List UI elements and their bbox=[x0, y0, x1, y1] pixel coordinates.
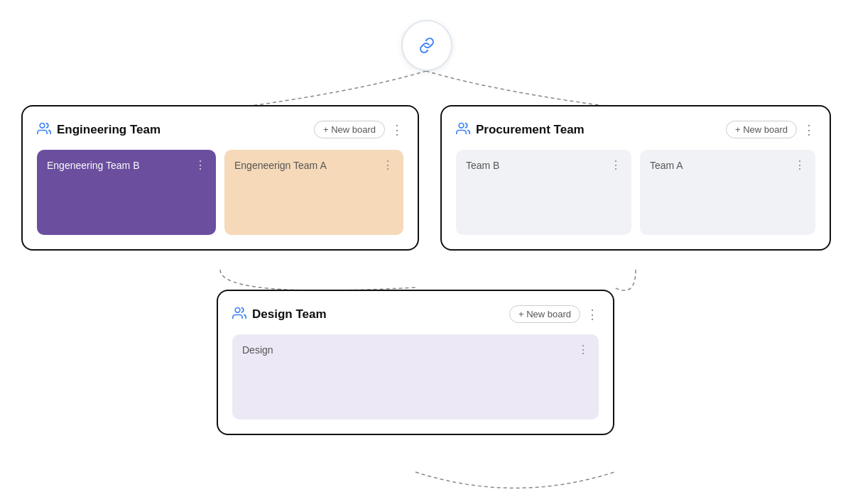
board-design-name: Design bbox=[242, 344, 273, 356]
design-header-right: + New board ⋮ bbox=[509, 305, 599, 323]
procurement-team-header-left: Procurement Team bbox=[456, 121, 585, 138]
design-boards-grid: Design ⋮ bbox=[232, 334, 599, 420]
svg-point-1 bbox=[459, 123, 464, 128]
procurement-team-name: Procurement Team bbox=[476, 123, 585, 137]
design-team-card: Design Team + New board ⋮ Design ⋮ bbox=[217, 290, 614, 435]
design-team-header-left: Design Team bbox=[232, 306, 327, 323]
center-link-icon bbox=[401, 20, 452, 71]
board-engineering-a[interactable]: Engeneerign Team A ⋮ bbox=[224, 150, 403, 235]
procurement-people-icon bbox=[456, 121, 470, 138]
design-more-icon[interactable]: ⋮ bbox=[586, 307, 599, 322]
procurement-new-board-button[interactable]: + New board bbox=[726, 121, 797, 138]
procurement-header-right: + New board ⋮ bbox=[726, 121, 815, 138]
board-engineering-b-more[interactable]: ⋮ bbox=[195, 158, 206, 172]
board-design-more[interactable]: ⋮ bbox=[577, 343, 589, 356]
engineering-team-header-left: Engineering Team bbox=[37, 121, 161, 138]
board-engineering-a-name: Engeneerign Team A bbox=[234, 160, 327, 171]
engineering-new-board-button[interactable]: + New board bbox=[314, 121, 385, 138]
board-team-b[interactable]: Team B ⋮ bbox=[456, 150, 631, 235]
engineering-more-icon[interactable]: ⋮ bbox=[391, 122, 403, 138]
svg-point-2 bbox=[235, 307, 240, 312]
board-engineering-a-more[interactable]: ⋮ bbox=[382, 158, 393, 172]
svg-point-0 bbox=[40, 123, 45, 128]
engineering-team-header: Engineering Team + New board ⋮ bbox=[37, 121, 403, 138]
board-engineering-b-name: Engeneering Team B bbox=[47, 160, 140, 171]
design-team-header: Design Team + New board ⋮ bbox=[232, 305, 599, 323]
design-people-icon bbox=[232, 306, 246, 323]
engineering-team-name: Engineering Team bbox=[57, 123, 161, 137]
procurement-more-icon[interactable]: ⋮ bbox=[803, 122, 815, 138]
design-team-name: Design Team bbox=[252, 307, 327, 322]
board-design-header: Design ⋮ bbox=[242, 343, 589, 356]
board-team-a[interactable]: Team A ⋮ bbox=[640, 150, 815, 235]
board-team-b-header: Team B ⋮ bbox=[466, 158, 621, 172]
board-team-a-name: Team A bbox=[650, 160, 683, 171]
procurement-team-header: Procurement Team + New board ⋮ bbox=[456, 121, 815, 138]
procurement-team-card: Procurement Team + New board ⋮ Team B ⋮ … bbox=[440, 105, 831, 251]
board-team-a-more[interactable]: ⋮ bbox=[794, 158, 805, 172]
board-team-b-more[interactable]: ⋮ bbox=[610, 158, 621, 172]
board-team-b-name: Team B bbox=[466, 160, 499, 171]
board-engineering-b[interactable]: Engeneering Team B ⋮ bbox=[37, 150, 216, 235]
board-design[interactable]: Design ⋮ bbox=[232, 334, 599, 420]
engineering-team-card: Engineering Team + New board ⋮ Engeneeri… bbox=[21, 105, 419, 251]
board-team-a-header: Team A ⋮ bbox=[650, 158, 805, 172]
engineering-boards-grid: Engeneering Team B ⋮ Engeneerign Team A … bbox=[37, 150, 403, 235]
engineering-header-right: + New board ⋮ bbox=[314, 121, 403, 138]
design-new-board-button[interactable]: + New board bbox=[509, 305, 580, 323]
engineering-people-icon bbox=[37, 121, 51, 138]
board-engineering-a-header: Engeneerign Team A ⋮ bbox=[234, 158, 393, 172]
board-engineering-b-header: Engeneering Team B ⋮ bbox=[47, 158, 206, 172]
procurement-boards-grid: Team B ⋮ Team A ⋮ bbox=[456, 150, 815, 235]
